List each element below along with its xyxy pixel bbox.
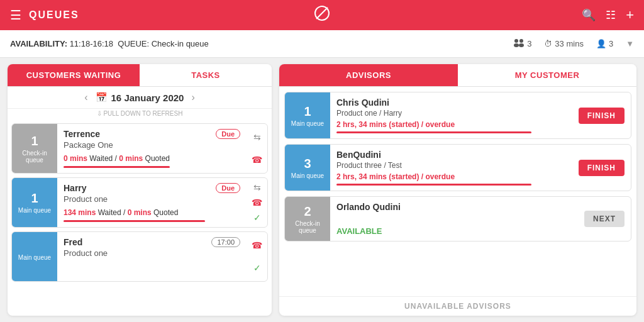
customer-top: Terrence Package One Due	[64, 129, 240, 150]
prev-date-arrow[interactable]: ‹	[84, 92, 87, 103]
wait-bar	[64, 220, 205, 222]
phone-icon[interactable]: ☎	[252, 197, 262, 208]
advisor-bar	[336, 184, 531, 186]
queue-label-badge: Main queue	[18, 254, 51, 261]
stats-group: 3 ⏱ 33 mins 👤 3 ▼	[513, 38, 634, 49]
calendar-icon: 📅	[96, 92, 108, 103]
next-button[interactable]: NEXT	[584, 211, 625, 227]
pull-refresh-hint: ⇩ PULL DOWN TO REFRESH	[8, 109, 272, 119]
queue-name: Check-in queue	[152, 39, 209, 48]
advisor-action: FINISH	[572, 145, 631, 191]
nav-title: QUEUES	[29, 9, 79, 21]
customer-top: Fred Product one 17:00	[64, 237, 240, 258]
stat-person-count: 3	[609, 39, 613, 48]
next-date-arrow[interactable]: ›	[191, 92, 194, 103]
unavailable-section: UNAVAILABLE ADVISORS	[279, 296, 636, 316]
check-icon[interactable]: ✓	[253, 213, 261, 223]
stat-time: ⏱ 33 mins	[544, 39, 584, 48]
customer-actions: ⇆ ☎ ✓	[247, 178, 267, 227]
status-bar: AVAILABILITY: 11:18-16:18 QUEUE: Check-i…	[0, 30, 644, 58]
stat-group-count: 3	[527, 39, 531, 48]
wait-bar	[64, 166, 170, 168]
customer-wait: 0 mins Waited / 0 mins Quoted	[64, 154, 240, 163]
customer-name: Terrence Package One	[64, 129, 113, 150]
search-icon[interactable]: 🔍	[582, 8, 596, 22]
tab-advisors[interactable]: ADVISORS	[279, 64, 458, 86]
advisor-time: 2 hrs, 34 mins (started) / overdue	[336, 120, 566, 129]
group-icon	[513, 38, 525, 49]
current-date: 16 January 2020	[111, 92, 184, 103]
queue-number: 1	[304, 104, 311, 119]
dropdown-icon[interactable]: ▼	[626, 39, 634, 48]
customer-actions: ☎ ✓	[247, 232, 267, 281]
svg-point-2	[514, 39, 518, 43]
tab-customers-waiting[interactable]: CUSTOMERS WAITING	[8, 64, 140, 86]
queue-number: 1	[31, 191, 38, 206]
customer-top: Harry Product one Due	[64, 183, 240, 204]
right-panel: ADVISORS MY CUSTOMER 1 Main queue Chris …	[279, 64, 636, 316]
panel-tabs: CUSTOMERS WAITING TASKS	[8, 64, 272, 87]
customer-card: 1 Check-in queue Terrence Package One Du…	[11, 123, 268, 174]
tab-tasks[interactable]: TASKS	[140, 64, 272, 86]
tab-my-customer[interactable]: MY CUSTOMER	[458, 64, 636, 86]
transfer-icon[interactable]: ⇆	[253, 182, 261, 192]
finish-button[interactable]: FINISH	[579, 108, 625, 124]
phone-icon[interactable]: ☎	[252, 240, 262, 250]
queue-label-badge: Check-in queue	[14, 150, 55, 164]
finish-button[interactable]: FINISH	[579, 160, 625, 176]
menu-icon[interactable]: ☰	[10, 8, 21, 23]
queue-badge: 1 Check-in queue	[12, 124, 57, 173]
advisor-queue-badge: 3 Main queue	[285, 145, 330, 191]
add-icon[interactable]: +	[626, 7, 634, 23]
pull-icon: ⇩	[97, 110, 102, 117]
queue-label: QUEUE:	[118, 39, 149, 48]
svg-point-3	[519, 39, 523, 43]
svg-point-4	[514, 43, 519, 47]
customer-name: Harry Product one	[64, 183, 108, 204]
customer-info: Harry Product one Due 134 mins Waited / …	[57, 178, 247, 227]
customer-info: Terrence Package One Due 0 mins Waited /…	[57, 124, 247, 173]
check-icon[interactable]: ✓	[253, 263, 261, 273]
panel-tabs: ADVISORS MY CUSTOMER	[279, 64, 636, 87]
svg-point-5	[519, 43, 524, 47]
stat-group: 3	[513, 38, 531, 49]
advisor-info: Chris Qudini Product one / Harry 2 hrs, …	[330, 92, 572, 138]
time-badge: 17:00	[211, 237, 240, 247]
advisor-name: Orlando Qudini	[336, 202, 572, 212]
nav-actions: 🔍 ☷ +	[582, 7, 634, 23]
advisor-product: Product one / Harry	[336, 109, 566, 118]
advisor-product: Product three / Test	[336, 161, 566, 170]
advisor-queue-badge: 1 Main queue	[285, 92, 330, 138]
customers-list: 1 Check-in queue Terrence Package One Du…	[8, 119, 272, 316]
customer-actions: ⇆ ☎	[247, 124, 267, 173]
queue-number: 2	[304, 204, 311, 219]
advisor-action: FINISH	[572, 92, 631, 138]
queue-number: 3	[304, 157, 311, 171]
stat-time-value: 33 mins	[555, 39, 584, 48]
queue-badge: 1 Main queue	[12, 178, 57, 227]
due-badge: Due	[216, 129, 240, 139]
advisor-info: BenQudini Product three / Test 2 hrs, 34…	[330, 145, 572, 191]
advisor-bar	[336, 131, 531, 133]
customer-card: 1 Main queue Harry Product one Due 134 m…	[11, 177, 268, 228]
svg-line-1	[316, 8, 328, 19]
due-badge: Due	[216, 183, 240, 193]
date-display: 📅 16 January 2020	[96, 92, 184, 103]
customer-wait: 134 mins Waited / 0 mins Quoted	[64, 208, 240, 217]
phone-icon[interactable]: ☎	[252, 155, 262, 165]
advisor-card: 3 Main queue BenQudini Product three / T…	[284, 144, 631, 191]
main-content: CUSTOMERS WAITING TASKS ‹ 📅 16 January 2…	[0, 58, 644, 322]
clock-icon: ⏱	[544, 39, 552, 48]
filter-icon[interactable]: ☷	[606, 8, 616, 22]
advisor-queue-badge: 2 Check-in queue	[285, 197, 330, 241]
advisor-action: NEXT	[578, 197, 631, 241]
stat-person: 👤 3	[596, 39, 613, 48]
transfer-icon[interactable]: ⇆	[253, 132, 261, 142]
available-status: AVAILABLE	[336, 226, 572, 236]
queue-label-badge: Main queue	[18, 207, 51, 214]
customer-card: Main queue Fred Product one 17:00 ☎ ✓	[11, 231, 268, 282]
advisor-card: 2 Check-in queue Orlando Qudini AVAILABL…	[284, 196, 631, 242]
unavailable-label: UNAVAILABLE ADVISORS	[404, 302, 511, 311]
customer-name: Fred Product one	[64, 237, 108, 258]
advisor-name: Chris Qudini	[336, 97, 566, 108]
